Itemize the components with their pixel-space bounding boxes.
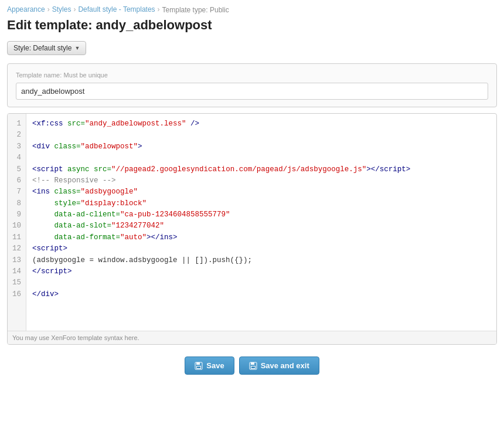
template-name-input[interactable] (16, 83, 488, 100)
code-line: style="display:block" (32, 198, 491, 209)
style-dropdown-button[interactable]: Style: Default style ▼ (7, 41, 86, 55)
breadcrumb-sep-1: › (47, 5, 50, 13)
line-number: 13 (12, 255, 21, 266)
floppy-exit-icon (249, 362, 257, 370)
save-exit-button-label: Save and exit (261, 361, 309, 370)
chevron-down-icon: ▼ (74, 45, 80, 51)
line-numbers: 12345678910111213141516 (8, 114, 26, 331)
code-line (32, 277, 491, 288)
code-line: data-ad-slot="1234277042" (32, 220, 491, 232)
template-type: Template type: Public (162, 6, 229, 14)
breadcrumb-styles[interactable]: Styles (52, 5, 71, 13)
floppy-icon (195, 362, 203, 370)
line-number: 2 (12, 130, 21, 141)
code-line: data-ad-client="ca-pub-1234604858555779" (32, 209, 491, 220)
line-number: 7 (12, 186, 21, 198)
breadcrumb-sep-2: › (73, 5, 76, 13)
code-line: </script> (32, 266, 491, 277)
breadcrumb-templates[interactable]: Default style - Templates (78, 5, 155, 13)
svg-rect-7 (251, 366, 255, 368)
line-number: 5 (12, 164, 21, 175)
save-and-exit-button[interactable]: Save and exit (239, 356, 319, 375)
code-line: <div class="adbelowpost"> (32, 141, 491, 152)
svg-rect-1 (196, 362, 200, 365)
line-number: 6 (12, 175, 21, 186)
svg-rect-5 (251, 362, 254, 365)
code-line: </div> (32, 289, 491, 300)
save-button[interactable]: Save (185, 356, 234, 375)
save-button-label: Save (206, 361, 224, 370)
page-title: Edit template: andy_adbelowpost (7, 18, 497, 33)
line-number: 8 (12, 198, 21, 209)
line-number: 3 (12, 141, 21, 152)
code-line: <xf:css src="andy_adbelowpost.less" /> (32, 118, 491, 130)
code-line: <!-- Responsive --> (32, 175, 491, 186)
code-line (32, 130, 491, 141)
code-line: (adsbygoogle = window.adsbygoogle || [])… (32, 255, 491, 266)
line-number: 10 (12, 220, 21, 232)
code-line: <script async src="//pagead2.googlesyndi… (32, 164, 491, 175)
code-content[interactable]: <xf:css src="andy_adbelowpost.less" /> <… (26, 114, 496, 331)
line-number: 9 (12, 209, 21, 220)
breadcrumb: Appearance › Styles › Default style - Te… (7, 5, 497, 14)
style-button-label: Style: Default style (13, 44, 71, 52)
breadcrumb-appearance[interactable]: Appearance (7, 5, 45, 13)
line-number: 14 (12, 266, 21, 277)
line-number: 12 (12, 243, 21, 254)
code-line (32, 152, 491, 164)
editor-hint: You may use XenForo template syntax here… (8, 331, 496, 344)
line-number: 15 (12, 277, 21, 288)
code-line: data-ad-format="auto"></ins> (32, 232, 491, 243)
code-editor-wrapper: 12345678910111213141516 <xf:css src="and… (7, 113, 497, 345)
line-number: 4 (12, 152, 21, 164)
svg-rect-3 (197, 366, 200, 368)
template-name-section: Template name: Must be unique (7, 63, 497, 107)
line-number: 1 (12, 118, 21, 130)
code-line: <ins class="adsbygoogle" (32, 186, 491, 198)
breadcrumb-sep-3: › (158, 5, 160, 13)
line-number: 16 (12, 289, 21, 300)
template-name-label: Template name: Must be unique (16, 71, 488, 79)
line-number: 11 (12, 232, 21, 243)
code-editor[interactable]: 12345678910111213141516 <xf:css src="and… (8, 114, 496, 331)
code-line: <script> (32, 243, 491, 254)
footer-buttons: Save Save and exit (7, 356, 497, 375)
